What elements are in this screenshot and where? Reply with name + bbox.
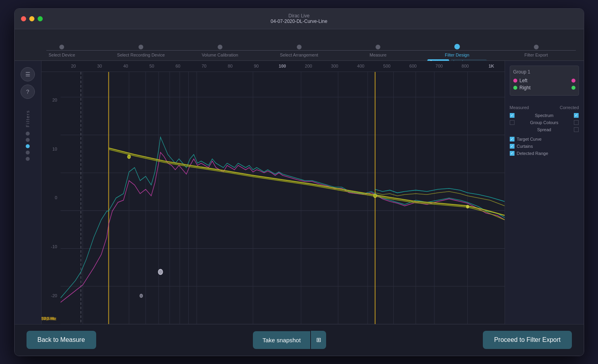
detected-range-label: Detected Range: [517, 151, 549, 156]
close-button[interactable]: [21, 16, 26, 21]
nav-dot-6: [534, 45, 539, 49]
nav-label-4: Measure: [370, 53, 387, 57]
spectrum-corrected-checkbox[interactable]: ✓: [574, 113, 579, 118]
freq-label-1K: 1K: [478, 64, 505, 68]
nav-step-filter-export[interactable]: Filter Export: [497, 45, 576, 57]
curtains-row: ✓ Curtains: [510, 144, 579, 149]
nav-dot-2: [218, 45, 222, 49]
snapshot-group: Take snapshot ⊞: [253, 331, 326, 349]
left-channel-name: Left: [520, 78, 569, 83]
freq-label-20: 20: [61, 64, 87, 68]
nav-dot-1: [139, 45, 143, 49]
filter-dot-5[interactable]: [26, 157, 30, 161]
title-info: Dirac Live 04-07-2020-DL-Curve-Line: [271, 13, 327, 24]
filter-dot-1[interactable]: [26, 132, 30, 136]
y-label-0: 0: [42, 195, 61, 200]
snapshot-options-button[interactable]: ⊞: [311, 331, 326, 349]
freq-label-800: 800: [452, 64, 478, 68]
main-content: ☰ ? Filters 2030405060708090100200300400…: [15, 61, 584, 324]
spectrum-label: Spectrum: [535, 113, 553, 118]
y-label-10: 10: [42, 147, 61, 151]
y-label-20: 20: [42, 98, 61, 102]
channel-row-right: Right: [513, 85, 575, 91]
target-curve-checkbox[interactable]: ✓: [510, 137, 514, 141]
nav-dot-5: [454, 44, 460, 49]
groupcolours-corrected-checkbox[interactable]: [574, 120, 579, 125]
title-bar: Dirac Live 04-07-2020-DL-Curve-Line: [15, 9, 584, 29]
help-button[interactable]: ?: [21, 85, 35, 99]
window-controls: [21, 16, 43, 21]
menu-button[interactable]: ☰: [21, 67, 35, 81]
take-snapshot-button[interactable]: Take snapshot: [253, 331, 310, 349]
filter-dot-2[interactable]: [26, 138, 30, 142]
freq-label-60: 60: [165, 64, 191, 68]
back-to-measure-button[interactable]: Back to Measure: [27, 331, 96, 349]
left-channel-dot: [513, 79, 517, 83]
y-axis: 20 10 0 -10 -20: [42, 72, 61, 324]
app-name: Dirac Live: [271, 13, 327, 19]
freq-label-30: 30: [87, 64, 113, 68]
corrected-col-label: Corrected: [560, 105, 579, 110]
groupcolours-measured-checkbox[interactable]: [510, 120, 514, 125]
y-label-n10: -10: [42, 244, 61, 249]
proceed-button[interactable]: Proceed to Filter Export: [483, 331, 571, 349]
nav-step-select-recording-device[interactable]: Select Recording Device: [101, 45, 180, 57]
measured-col-label: Measured: [510, 105, 529, 110]
legend-row-group-colours: Group Colours: [510, 120, 579, 125]
nav-step-volume-calibration[interactable]: Volume Calibration: [180, 45, 260, 57]
nav-step-filter-design[interactable]: Filter DesignSet targetImpulse response: [418, 44, 497, 57]
marker-500hz-label: 500 Hz: [42, 316, 55, 321]
freq-label-200: 200: [296, 64, 322, 68]
target-items: ✓ Target Curve ✓ Curtains ✓ Detected Ran…: [510, 137, 579, 156]
freq-label-80: 80: [217, 64, 243, 68]
svg-point-29: [466, 205, 469, 208]
right-panel: Group 1 Left Right Measured Corrected: [505, 61, 584, 324]
freq-label-40: 40: [113, 64, 139, 68]
nav-step-measure[interactable]: Measure: [338, 45, 418, 57]
nav-label-5: Filter Design: [445, 53, 469, 57]
nav-label-0: Select Device: [49, 53, 75, 57]
filter-dot-4[interactable]: [26, 151, 30, 155]
spread-label: Spread: [537, 127, 551, 132]
nav-label-3: Select Arrangement: [280, 53, 318, 57]
freq-label-70: 70: [191, 64, 217, 68]
curtains-label: Curtains: [517, 144, 533, 149]
nav-dot-0: [59, 45, 64, 49]
nav-dot-4: [376, 45, 380, 49]
maximize-button[interactable]: [38, 16, 43, 21]
right-channel-indicator: [571, 86, 575, 90]
chart-svg: [61, 72, 505, 324]
detected-range-checkbox[interactable]: ✓: [510, 151, 514, 156]
nav-bar: Select DeviceSelect Recording DeviceVolu…: [15, 29, 584, 61]
svg-point-30: [158, 269, 162, 274]
legend-header: Measured Corrected: [510, 105, 579, 110]
curtains-checkbox[interactable]: ✓: [510, 144, 514, 149]
nav-dot-3: [297, 45, 302, 49]
svg-point-31: [140, 294, 142, 298]
spread-corrected-checkbox[interactable]: [574, 127, 579, 132]
legend-section: Measured Corrected ✓ Spectrum ✓ Group Co…: [510, 105, 579, 158]
nav-step-select-arrangement[interactable]: Select Arrangement: [260, 45, 339, 57]
nav-label-6: Filter Export: [524, 53, 548, 57]
freq-label-500: 500: [374, 64, 400, 68]
filter-dots: [26, 132, 30, 161]
detected-range-row: ✓ Detected Range: [510, 151, 579, 156]
group-box: Group 1 Left Right: [510, 66, 579, 96]
chart-area: 2030405060708090100200300400500600700800…: [42, 61, 505, 324]
freq-label-400: 400: [348, 64, 374, 68]
minimize-button[interactable]: [29, 16, 34, 21]
svg-point-28: [374, 194, 376, 198]
freq-label-600: 600: [400, 64, 426, 68]
bottom-bar: Back to Measure Take snapshot ⊞ Proceed …: [15, 324, 584, 356]
nav-step-select-device[interactable]: Select Device: [23, 45, 102, 57]
chart-container[interactable]: 20 10 0 -10 -20: [42, 72, 505, 324]
freq-axis: 2030405060708090100200300400500600700800…: [42, 61, 505, 72]
freq-label-90: 90: [243, 64, 270, 68]
legend-row-spread: Spread: [510, 127, 579, 132]
file-name: 04-07-2020-DL-Curve-Line: [271, 19, 327, 24]
nav-steps: Select DeviceSelect Recording DeviceVolu…: [23, 44, 576, 60]
left-sidebar: ☰ ? Filters: [15, 61, 42, 324]
filter-dot-3[interactable]: [26, 144, 30, 148]
groupcolours-label: Group Colours: [530, 120, 558, 125]
spectrum-measured-checkbox[interactable]: ✓: [510, 113, 514, 118]
